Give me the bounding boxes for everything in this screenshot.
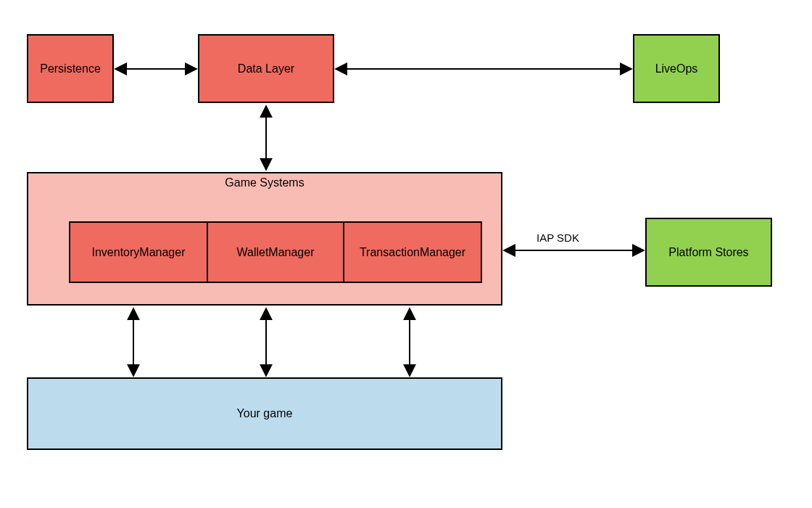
- label-inventory-manager: InventoryManager: [92, 246, 186, 259]
- label-persistence: Persistence: [40, 62, 101, 75]
- box-data-layer: Data Layer: [198, 34, 334, 103]
- box-wallet-manager: WalletManager: [207, 221, 344, 283]
- label-liveops: LiveOps: [655, 62, 698, 75]
- label-game-systems: Game Systems: [225, 176, 304, 189]
- box-liveops: LiveOps: [633, 34, 720, 103]
- label-your-game: Your game: [237, 407, 293, 420]
- box-persistence: Persistence: [27, 34, 114, 103]
- edge-label-iap-sdk: IAP SDK: [536, 232, 579, 244]
- label-platform-stores: Platform Stores: [668, 246, 748, 259]
- label-data-layer: Data Layer: [238, 62, 294, 75]
- box-transaction-manager: TransactionManager: [343, 221, 482, 283]
- diagram-canvas: { "boxes": { "persistence": "Persistence…: [0, 0, 812, 508]
- text-iap-sdk: IAP SDK: [536, 232, 579, 244]
- label-wallet-manager: WalletManager: [236, 246, 314, 259]
- box-inventory-manager: InventoryManager: [69, 221, 208, 283]
- box-platform-stores: Platform Stores: [645, 218, 772, 287]
- box-your-game: Your game: [27, 377, 502, 450]
- label-transaction-manager: TransactionManager: [360, 246, 465, 259]
